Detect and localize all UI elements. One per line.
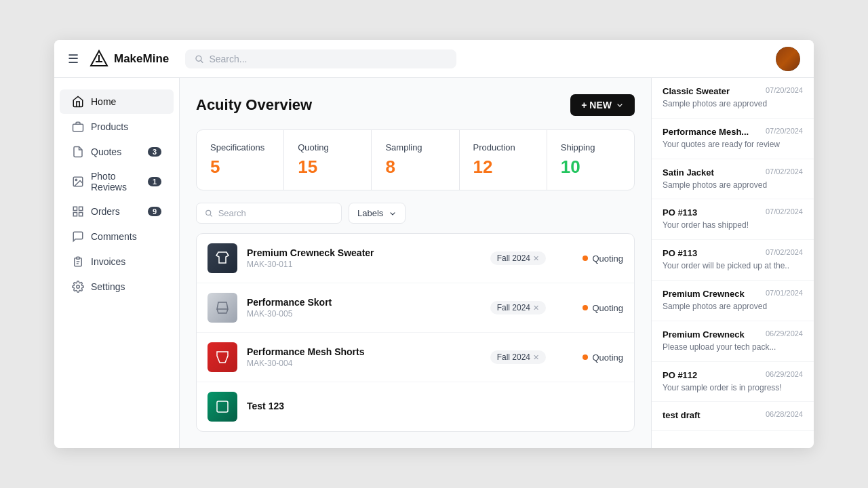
logo-icon bbox=[90, 49, 108, 68]
sidebar-label-home: Home bbox=[91, 96, 116, 107]
notification-item[interactable]: Premium Crewneck 06/29/2024 Please uploa… bbox=[652, 321, 814, 362]
notification-item[interactable]: PO #113 07/02/2024 Your order has shippe… bbox=[652, 199, 814, 240]
invoices-icon bbox=[72, 256, 84, 268]
stat-quoting[interactable]: Quoting 15 bbox=[284, 130, 372, 190]
product-info: Performance Mesh Shorts MAK-30-004 bbox=[247, 346, 481, 368]
notification-item[interactable]: Premium Crewneck 07/01/2024 Sample photo… bbox=[652, 281, 814, 321]
product-search-filter[interactable] bbox=[196, 203, 342, 224]
sidebar-item-photo-reviews[interactable]: Photo Reviews 1 bbox=[60, 165, 174, 199]
photo-reviews-badge: 1 bbox=[148, 177, 161, 186]
product-thumbnail-test bbox=[208, 392, 237, 422]
product-info: Test 123 bbox=[247, 401, 623, 413]
product-row[interactable]: Performance Mesh Shorts MAK-30-004 Fall … bbox=[197, 333, 634, 382]
sidebar-item-comments[interactable]: Comments bbox=[60, 224, 174, 249]
page-title: Acuity Overview bbox=[196, 96, 312, 114]
product-row[interactable]: Performance Skort MAK-30-005 Fall 2024 ✕… bbox=[197, 283, 634, 333]
sidebar-item-products[interactable]: Products bbox=[60, 115, 174, 139]
global-search-input[interactable] bbox=[209, 54, 447, 64]
sidebar-item-settings[interactable]: Settings bbox=[60, 274, 174, 299]
svg-rect-10 bbox=[79, 213, 83, 216]
product-search-input[interactable] bbox=[218, 208, 333, 218]
stat-sampling[interactable]: Sampling 8 bbox=[372, 130, 459, 190]
sidebar-item-quotes[interactable]: Quotes 3 bbox=[60, 140, 174, 164]
notification-item[interactable]: test draft 06/28/2024 bbox=[652, 402, 814, 431]
sidebar-item-home[interactable]: Home bbox=[60, 89, 174, 114]
notification-body: Sample photos are approved bbox=[663, 98, 803, 110]
stat-specifications[interactable]: Specifications 5 bbox=[197, 130, 284, 190]
tag-remove-icon[interactable]: ✕ bbox=[533, 254, 539, 263]
quotes-badge: 3 bbox=[148, 147, 161, 157]
notification-date: 06/28/2024 bbox=[766, 410, 803, 418]
notification-body: Your order has shipped! bbox=[663, 220, 803, 231]
product-row[interactable]: Premium Crewneck Sweater MAK-30-011 Fall… bbox=[197, 234, 634, 283]
notification-item[interactable]: Performance Mesh... 07/20/2024 Your quot… bbox=[652, 119, 814, 159]
avatar[interactable] bbox=[776, 47, 800, 71]
stat-specifications-label: Specifications bbox=[210, 142, 270, 152]
topbar: ☰ MakeMine bbox=[54, 40, 814, 78]
notification-title: Performance Mesh... bbox=[663, 127, 762, 137]
product-name: Performance Mesh Shorts bbox=[247, 346, 481, 357]
notification-header: Satin Jacket 07/02/2024 bbox=[663, 167, 803, 178]
notification-title: Premium Crewneck bbox=[663, 289, 762, 299]
notification-header: Premium Crewneck 06/29/2024 bbox=[663, 329, 803, 340]
notification-header: Performance Mesh... 07/20/2024 bbox=[663, 127, 803, 137]
sidebar-item-invoices[interactable]: Invoices bbox=[60, 249, 174, 274]
notification-date: 07/02/2024 bbox=[766, 167, 803, 176]
status-dot bbox=[583, 305, 588, 310]
notification-body: Sample photos are approved bbox=[663, 301, 803, 312]
sidebar-item-orders[interactable]: Orders 9 bbox=[60, 199, 174, 224]
notification-body: Please upload your tech pack... bbox=[663, 342, 803, 353]
product-tag-text: Fall 2024 bbox=[497, 303, 530, 312]
product-thumbnail-shorts bbox=[208, 342, 237, 372]
product-tag[interactable]: Fall 2024 ✕ bbox=[490, 251, 546, 265]
stat-shipping-value: 10 bbox=[561, 157, 620, 178]
tag-remove-icon[interactable]: ✕ bbox=[533, 353, 539, 362]
photo-reviews-icon bbox=[72, 176, 84, 188]
product-sku: MAK-30-011 bbox=[247, 260, 481, 269]
notification-item[interactable]: PO #113 07/02/2024 Your order will be pi… bbox=[652, 240, 814, 281]
notification-header: Premium Crewneck 07/01/2024 bbox=[663, 289, 803, 299]
page-header: Acuity Overview + NEW bbox=[196, 94, 635, 116]
product-info: Premium Crewneck Sweater MAK-30-011 bbox=[247, 247, 481, 269]
stat-quoting-label: Quoting bbox=[298, 142, 357, 152]
logo-text: MakeMine bbox=[114, 52, 169, 66]
svg-rect-5 bbox=[73, 124, 83, 131]
notification-body: Your order will be picked up at the.. bbox=[663, 260, 803, 272]
product-status: Quoting bbox=[555, 253, 623, 264]
product-tag[interactable]: Fall 2024 ✕ bbox=[490, 350, 546, 364]
notification-body: Your sample order is in progress! bbox=[663, 382, 803, 394]
notification-date: 07/20/2024 bbox=[766, 86, 803, 94]
svg-rect-8 bbox=[73, 207, 77, 210]
product-row[interactable]: Test 123 bbox=[197, 382, 634, 431]
notification-title: Satin Jacket bbox=[663, 167, 762, 178]
notification-date: 07/01/2024 bbox=[766, 289, 803, 297]
tag-remove-icon[interactable]: ✕ bbox=[533, 304, 539, 312]
product-info: Performance Skort MAK-30-005 bbox=[247, 297, 481, 319]
sidebar-label-photo-reviews: Photo Reviews bbox=[91, 171, 141, 192]
logo[interactable]: MakeMine bbox=[90, 49, 169, 68]
global-search-bar[interactable] bbox=[185, 49, 456, 68]
stat-production-value: 12 bbox=[473, 157, 533, 178]
stat-production[interactable]: Production 12 bbox=[460, 130, 547, 190]
stat-specifications-value: 5 bbox=[210, 157, 270, 178]
quotes-icon bbox=[72, 146, 84, 158]
notification-item[interactable]: Satin Jacket 07/02/2024 Sample photos ar… bbox=[652, 159, 814, 200]
product-sku: MAK-30-004 bbox=[247, 359, 481, 368]
product-tag[interactable]: Fall 2024 ✕ bbox=[490, 301, 546, 314]
product-status-text: Quoting bbox=[592, 253, 623, 264]
labels-filter[interactable]: Labels bbox=[349, 203, 406, 224]
new-button[interactable]: + NEW bbox=[570, 94, 635, 116]
stat-shipping[interactable]: Shipping 10 bbox=[547, 130, 634, 190]
notification-date: 07/02/2024 bbox=[766, 207, 803, 216]
product-name: Performance Skort bbox=[247, 297, 481, 308]
product-status: Quoting bbox=[555, 303, 623, 313]
search-icon bbox=[195, 54, 203, 64]
settings-icon bbox=[72, 281, 84, 293]
notification-body: Sample photos are approved bbox=[663, 180, 803, 191]
hamburger-icon[interactable]: ☰ bbox=[68, 52, 79, 66]
orders-icon bbox=[72, 205, 84, 218]
notification-header: PO #112 06/29/2024 bbox=[663, 370, 803, 380]
notification-item[interactable]: Classic Sweater 07/20/2024 Sample photos… bbox=[652, 78, 814, 119]
notification-title: test draft bbox=[663, 410, 762, 420]
notification-item[interactable]: PO #112 06/29/2024 Your sample order is … bbox=[652, 362, 814, 403]
